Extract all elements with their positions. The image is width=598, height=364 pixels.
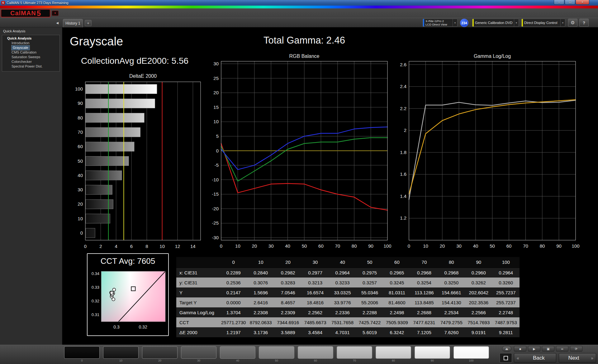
svg-text:6: 6 — [130, 244, 133, 249]
svg-text:-15: -15 — [212, 191, 219, 197]
svg-text:-20: -20 — [212, 206, 219, 211]
table-cell: 2.2336 — [329, 307, 356, 317]
row-label: x: CIE31 — [176, 268, 220, 278]
swatch-0[interactable] — [64, 346, 100, 359]
table-cell: 113.1286 — [411, 287, 438, 297]
tree-item-spectral-power-dist-[interactable]: Spectral Power Dist. — [12, 64, 59, 69]
table-row: CCT25771.27308792.06337344.69167485.6673… — [176, 317, 520, 327]
new-tab-button[interactable]: + — [85, 20, 92, 26]
svg-text:40: 40 — [78, 173, 83, 178]
svg-text:-30: -30 — [212, 235, 219, 240]
titlebar: 5 CalMAN 5 Ultimate 273 Days Remaining –… — [0, 0, 598, 6]
swatch-40[interactable] — [220, 346, 255, 359]
svg-text:-25: -25 — [212, 220, 219, 226]
minimize-button[interactable]: – — [554, 0, 564, 5]
logo-menu-button[interactable]: ▼ — [52, 11, 59, 16]
pattern-button[interactable]: ▣ — [542, 346, 554, 352]
close-button[interactable]: × — [576, 0, 589, 5]
meter-dropdown[interactable]: X-Rite i1Pro 2 LCD Direct View ▼ — [423, 19, 458, 27]
gear-icon: ⚙ — [571, 20, 575, 26]
next-button[interactable]: Next » — [559, 353, 596, 363]
tree-item-cms-calibration[interactable]: CMS Calibration — [12, 50, 59, 55]
stop-button[interactable]: ■ — [514, 346, 526, 352]
svg-text:0: 0 — [80, 230, 83, 236]
svg-text:25: 25 — [213, 76, 219, 81]
svg-text:1.4: 1.4 — [400, 194, 406, 199]
maximize-button[interactable]: ☐ — [565, 0, 575, 5]
table-cell: 0.2840 — [247, 268, 274, 278]
swatch-70[interactable] — [337, 346, 372, 359]
swatch-20[interactable] — [142, 346, 178, 359]
svg-text:1.8: 1.8 — [400, 150, 406, 155]
pattern-icon: ▣ — [547, 347, 549, 351]
rgb-plot: 0102030405060708090100-30-25-20-15-10-50… — [204, 61, 391, 251]
table-cell: 0.3260 — [492, 278, 520, 287]
table-cell: 25771.2730 — [220, 317, 247, 327]
swatch-slot: 30 — [181, 346, 216, 362]
tree-item-introduction[interactable]: Introduction — [12, 41, 59, 45]
help-button[interactable]: ? — [579, 19, 589, 27]
table-column-header: 30 — [301, 257, 329, 268]
tab-bar: ◀ History 1 + X-Rite i1Pro 2 LCD Direct … — [0, 18, 598, 27]
svg-text:10: 10 — [78, 216, 83, 221]
table-cell: 7531.7658 — [329, 317, 356, 327]
source-dropdown[interactable]: Generic Calibration DVD ▼ — [472, 19, 519, 27]
swatch-label: 0 — [64, 359, 100, 362]
settings-button[interactable]: ⚙ — [568, 19, 577, 27]
table-cell: 6.3242 — [383, 327, 411, 337]
swatch-slot: 10 — [103, 346, 139, 362]
svg-text:50: 50 — [302, 243, 307, 249]
refresh-button[interactable]: ⟳ — [570, 346, 582, 352]
window-controls: – ☐ × — [553, 0, 589, 5]
play-icon: ▶ — [533, 347, 535, 351]
swatch-60[interactable] — [298, 346, 333, 359]
svg-text:70: 70 — [335, 243, 340, 249]
table-row: Target Y0.00002.64168.465718.481633.9776… — [176, 297, 520, 307]
display-control-dropdown[interactable]: Direct Display Control ▼ — [521, 19, 565, 27]
swatch-row: 0102030405060708090100 — [64, 346, 489, 362]
swatch-slot: 60 — [298, 346, 333, 362]
swatch-100[interactable] — [453, 346, 489, 359]
collapse-sidebar-button[interactable]: ◀ — [55, 20, 60, 25]
svg-text:-10: -10 — [212, 177, 219, 182]
table-column-header: 20 — [274, 257, 301, 268]
calman-logo: CalMAN5 — [1, 9, 50, 17]
table-cell: 255.7237 — [492, 287, 520, 297]
svg-text:80: 80 — [78, 115, 83, 120]
tree-item-grayscale[interactable]: Grayscale — [12, 45, 30, 50]
svg-text:30: 30 — [456, 243, 462, 249]
svg-text:12: 12 — [175, 244, 180, 249]
back-button[interactable]: « Back — [514, 353, 556, 363]
svg-text:20: 20 — [252, 243, 257, 249]
pattern-window-button[interactable] — [500, 353, 512, 363]
svg-text:70: 70 — [78, 129, 83, 135]
swatch-10[interactable] — [103, 346, 139, 359]
swatch-80[interactable] — [376, 346, 411, 359]
swatch-label: 90 — [415, 359, 450, 362]
loop-button[interactable]: ∞ — [556, 346, 568, 352]
meter-status-badge[interactable]: 234 — [460, 19, 468, 27]
svg-text:0.34: 0.34 — [92, 271, 99, 276]
tree-root[interactable]: Quick Analysis — [2, 36, 59, 41]
swatch-50[interactable] — [259, 346, 294, 359]
swatch-90[interactable] — [415, 346, 450, 359]
table-cell: 7425.7422 — [356, 317, 383, 327]
play-button[interactable]: ▶ — [528, 346, 540, 352]
swatch-30[interactable] — [181, 346, 216, 359]
swatch-slot: 0 — [64, 346, 100, 362]
window-title: CalMAN 5 Ultimate 273 Days Remaining — [7, 1, 69, 5]
table-cell: 0.3250 — [438, 278, 465, 287]
tree-item-saturation-sweeps[interactable]: Saturation Sweeps — [12, 55, 59, 59]
table-cell: 0.2964 — [329, 268, 356, 278]
tab-history[interactable]: History 1 — [63, 19, 83, 27]
next-label: Next — [559, 355, 588, 361]
swatch-slot: 70 — [337, 346, 372, 362]
source-label: Generic Calibration DVD — [475, 21, 513, 25]
svg-text:0.33: 0.33 — [92, 285, 99, 290]
svg-text:20: 20 — [78, 201, 83, 207]
table-cell: 154.4130 — [438, 297, 465, 307]
tree-item-colorchecker[interactable]: Colorchecker — [12, 59, 59, 64]
eject-button[interactable]: ⏏ — [502, 346, 511, 352]
svg-text:60: 60 — [318, 243, 324, 249]
table-cell: 7505.9309 — [383, 317, 411, 327]
